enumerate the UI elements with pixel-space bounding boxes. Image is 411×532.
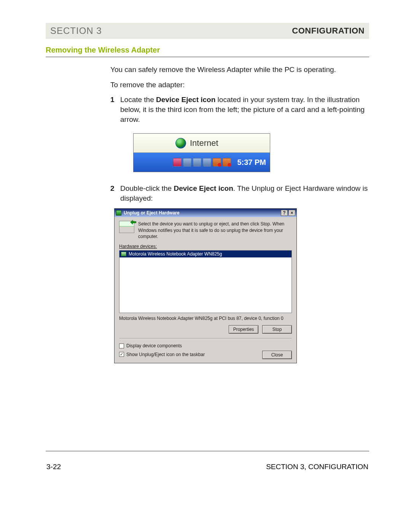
eject-dialog: Unplug or Eject Hardware ? × Select the …	[114, 208, 297, 363]
step-2: 2 Double-click the Device Eject icon. Th…	[110, 184, 369, 203]
step-text: Double-click the Device Eject icon. The …	[120, 184, 369, 203]
page-title: CONFIGURATION	[292, 26, 365, 36]
divider	[119, 338, 292, 339]
globe-icon	[175, 138, 186, 149]
step-1: 1 Locate the Device Eject icon located i…	[110, 95, 369, 124]
adapter-icon	[121, 252, 126, 256]
taskbar-label: Show Unplug/Eject icon on the taskbar	[126, 351, 205, 358]
hardware-item-label: Motorola Wireless Notebook Adapter WN825…	[129, 251, 222, 257]
hardware-item[interactable]: Motorola Wireless Notebook Adapter WN825…	[119, 251, 292, 257]
taskbar: 5:37 PM	[134, 153, 270, 172]
taskbar-checkbox[interactable]: ✓	[119, 352, 124, 357]
eject-icon	[193, 158, 201, 166]
wifi-icon	[173, 158, 182, 166]
properties-button[interactable]: Properties	[229, 325, 258, 334]
hardware-list[interactable]: Motorola Wireless Notebook Adapter WN825…	[119, 250, 292, 313]
page-number: 3-22	[46, 463, 61, 471]
tray-clock: 5:37 PM	[237, 157, 266, 168]
network2-icon	[203, 158, 211, 166]
security-icon	[223, 158, 231, 166]
close-x-button[interactable]: ×	[288, 210, 295, 216]
intro-text: You can safely remove the Wireless Adapt…	[110, 65, 369, 75]
tray-icons	[173, 158, 231, 166]
footer-label: SECTION 3, CONFIGURATION	[266, 463, 368, 471]
sub-heading: Removing the Wireless Adapter	[46, 46, 369, 57]
lead-text: To remove the adapter:	[110, 80, 369, 90]
header-bar: SECTION 3 CONFIGURATION	[46, 23, 369, 39]
internet-label: Internet	[190, 137, 218, 149]
stop-button[interactable]: Stop	[262, 325, 292, 334]
card-eject-icon	[119, 221, 134, 233]
dialog-icon	[116, 210, 121, 216]
step-number: 1	[110, 95, 120, 124]
step-number: 2	[110, 184, 120, 203]
step-text: Locate the Device Eject icon located in …	[120, 95, 369, 124]
titlebar: Unplug or Eject Hardware ? ×	[115, 209, 296, 217]
components-checkbox[interactable]	[119, 343, 124, 348]
tray-top: Internet	[134, 134, 270, 153]
section-label: SECTION 3	[50, 26, 102, 36]
footer-rule	[46, 451, 369, 451]
hardware-description: Motorola Wireless Notebook Adapter WN825…	[119, 315, 292, 321]
help-button[interactable]: ?	[281, 210, 288, 216]
msn-icon	[213, 158, 221, 166]
hardware-label: Hardware devices:	[119, 243, 292, 249]
components-label: Display device components	[126, 343, 182, 349]
dialog-title: Unplug or Eject Hardware	[124, 210, 180, 216]
network-icon	[183, 158, 191, 166]
system-tray-figure: Internet 5:37 PM	[133, 133, 270, 172]
close-button[interactable]: Close	[262, 351, 292, 359]
dialog-instruction: Select the device you want to unplug or …	[138, 221, 292, 240]
